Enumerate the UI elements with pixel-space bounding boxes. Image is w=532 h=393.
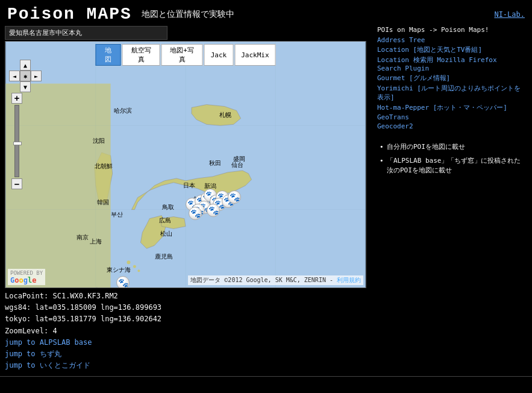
- poi-marker[interactable]: 🐾: [228, 190, 241, 204]
- zoom-slider[interactable]: [14, 105, 19, 177]
- tokyo-text: tokyo: lat=035.181779 lng=136.902642: [5, 313, 372, 325]
- map-btn-JackMix[interactable]: JackMix: [234, 44, 275, 66]
- ni-lab-link[interactable]: NI-Lab.: [494, 10, 525, 19]
- locapoint-text: LocaPoint: SC1.WX0.KF3.RM2: [5, 291, 372, 302]
- nav-down-button[interactable]: ▼: [20, 81, 31, 92]
- poi-marker[interactable]: 🐾: [116, 276, 130, 288]
- right-panel: POIs on Maps -> Poison Maps! Address Tre…: [372, 26, 527, 371]
- nav-link-address-tree[interactable]: Address Tree: [377, 36, 522, 44]
- nav-up-button[interactable]: ▲: [20, 60, 31, 71]
- info-jump-link[interactable]: jump to ちず丸: [5, 350, 61, 358]
- poi-marker[interactable]: 🐾: [189, 207, 202, 220]
- bullets-list: 自分用のPOIを地図に載せ「ALPSLAB base」「ちず窓」に投稿された汝の…: [377, 142, 522, 175]
- header: Poison MAPS 地図と位置情報で実験中 NI-Lab.: [0, 0, 532, 26]
- nav-link-location-検索用-mozilla[interactable]: Location 検索用 Mozilla Firefox Search Plug…: [377, 55, 522, 72]
- app-logo: Poison MAPS: [7, 5, 132, 24]
- nav-link-gourmet-[グルメ情報][interactable]: Gourmet [グルメ情報]: [377, 74, 522, 83]
- zoom-out-button[interactable]: −: [11, 178, 22, 189]
- bullet-item: 「ALPSLAB base」「ちず窓」に投稿された汝のPOIを地図に載せ: [377, 156, 522, 175]
- nav-center-button[interactable]: ✱: [20, 71, 31, 81]
- bullet-item: 自分用のPOIを地図に載せ: [377, 142, 522, 151]
- nav-link-location-[地図と天気とtv番組[interactable]: Location [地図と天気とTV番組]: [377, 45, 522, 54]
- map-btn-航空写真[interactable]: 航空写真: [122, 44, 160, 66]
- nav-right-button[interactable]: ►: [31, 71, 42, 81]
- wgs84-text: wgs84: lat=035.185009 lng=136.899693: [5, 302, 372, 313]
- nav-link-hot-ma-pepper-[ホット・マ[interactable]: Hot-ma-Pepper [ホット・マ・ペッパー]: [377, 103, 522, 112]
- map-toolbar: 地図航空写真地図+写真JackJackMix: [96, 44, 276, 66]
- poi-marker[interactable]: 🐾: [207, 204, 220, 217]
- terms-link[interactable]: 利用規約: [337, 277, 361, 283]
- map-background: [5, 42, 366, 288]
- map-btn-Jack[interactable]: Jack: [204, 44, 234, 66]
- map-btn-地図[interactable]: 地図: [96, 44, 121, 66]
- nav-link-geocoder2[interactable]: Geocoder2: [377, 122, 522, 130]
- map-section: 愛知県名古屋市中区本丸: [5, 26, 372, 371]
- svg-point-3: [127, 260, 130, 264]
- map-footer: 地図データ ©2012 Google, SK M&C, ZENRIN - 利用規…: [188, 275, 363, 285]
- zoom-thumb: [13, 142, 22, 145]
- info-jump-link[interactable]: jump to いくとこガイド: [5, 361, 90, 369]
- nav-link-geotrans[interactable]: GeoTrans: [377, 113, 522, 121]
- map-copyright: 地図データ ©2012 Google, SK M&C, ZENRIN -: [190, 277, 333, 283]
- nav-links: Address TreeLocation [地図と天気とTV番組]Locatio…: [377, 36, 522, 130]
- main-layout: 愛知県名古屋市中区本丸: [0, 26, 532, 371]
- info-links: jump to ALPSLAB basejump to ちず丸jump to い…: [5, 337, 372, 372]
- zoom-controls: + −: [11, 93, 22, 189]
- map-container[interactable]: 地図航空写真地図+写真JackJackMix ▲ ◄ ✱ ► ▼ +: [5, 41, 366, 288]
- map-btn-地図+写真[interactable]: 地図+写真: [161, 44, 203, 66]
- nav-left-button[interactable]: ◄: [9, 71, 20, 81]
- google-logo: POWERED BY Google: [8, 269, 45, 285]
- info-panel: LocaPoint: SC1.WX0.KF3.RM2 wgs84: lat=03…: [5, 291, 372, 371]
- zoom-in-button[interactable]: +: [11, 93, 22, 104]
- svg-point-5: [137, 269, 140, 272]
- app-tagline: 地図と位置情報で実験中: [142, 9, 234, 20]
- svg-point-4: [133, 265, 136, 268]
- nav-controls: ▲ ◄ ✱ ► ▼: [9, 60, 42, 92]
- zoom-text: ZoomLevel: 4: [5, 325, 372, 337]
- info-jump-link[interactable]: jump to ALPSLAB base: [5, 338, 92, 347]
- location-bar: 愛知県名古屋市中区本丸: [5, 26, 167, 40]
- bottom-divider: [0, 376, 532, 377]
- nav-link-yorimichi-[ルート周辺のよりみ[interactable]: Yorimichi [ルート周辺のよりみちポイントを表示]: [377, 84, 522, 102]
- pois-header: POIs on Maps -> Poison Maps!: [377, 26, 522, 34]
